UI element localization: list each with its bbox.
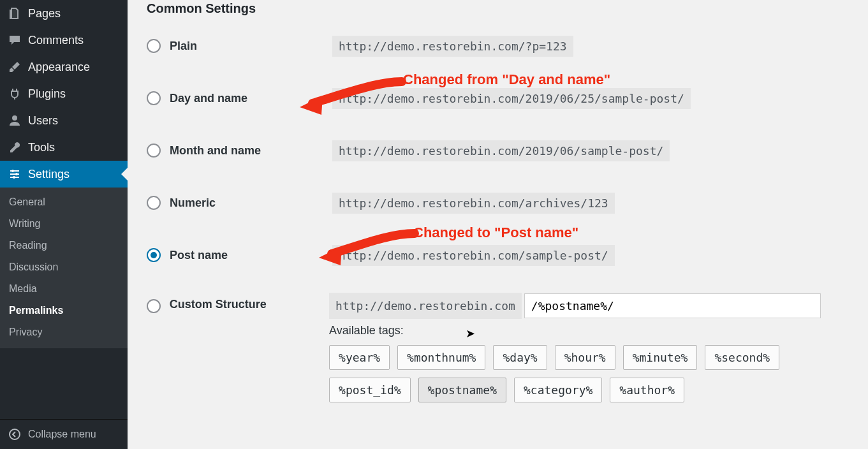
radio-month-name[interactable]	[147, 144, 161, 158]
sidebar-item-appearance[interactable]: Appearance	[0, 54, 128, 80]
tag-monthnum[interactable]: %monthnum%	[397, 345, 485, 370]
pages-icon	[8, 6, 22, 20]
radio-plain[interactable]	[147, 39, 161, 53]
custom-structure-block: http://demo.restorebin.com ➤ Available t…	[329, 293, 849, 402]
sidebar-item-tools[interactable]: Tools	[0, 134, 128, 161]
section-title: Common Settings	[147, 1, 849, 16]
tag-minute[interactable]: %minute%	[623, 345, 698, 370]
sidebar-item-pages[interactable]: Pages	[0, 0, 128, 27]
submenu-item-privacy[interactable]: Privacy	[0, 321, 128, 343]
radio-post-name[interactable]	[147, 248, 161, 262]
svg-point-2	[15, 173, 18, 175]
example-url: http://demo.restorebin.com/2019/06/25/sa…	[332, 88, 691, 109]
option-label[interactable]: Plain	[170, 40, 332, 53]
svg-point-3	[13, 176, 15, 179]
permalink-option-custom: Custom Structure http://demo.restorebin.…	[147, 293, 849, 402]
sidebar-item-label: Settings	[28, 168, 70, 181]
main-content: Common Settings Plain http://demo.restor…	[128, 0, 868, 449]
custom-url-wrap: http://demo.restorebin.com	[329, 293, 849, 319]
plug-icon	[8, 87, 22, 101]
sidebar-item-label: Tools	[28, 141, 55, 154]
permalink-option-post-name: Post name http://demo.restorebin.com/sam…	[147, 240, 849, 270]
radio-custom[interactable]	[147, 299, 161, 313]
radio-numeric[interactable]	[147, 196, 161, 210]
tag-post-id[interactable]: %post_id%	[329, 378, 411, 402]
option-label[interactable]: Day and name	[170, 92, 332, 105]
user-icon	[8, 114, 22, 128]
example-url: http://demo.restorebin.com/2019/06/sampl…	[332, 140, 670, 161]
available-tags-label: Available tags:	[329, 324, 849, 337]
permalink-option-month-name: Month and name http://demo.restorebin.co…	[147, 136, 849, 165]
base-url: http://demo.restorebin.com	[329, 293, 522, 319]
tag-hour[interactable]: %hour%	[555, 345, 615, 370]
permalink-option-numeric: Numeric http://demo.restorebin.com/archi…	[147, 188, 849, 217]
option-label[interactable]: Custom Structure	[170, 293, 329, 311]
submenu-item-permalinks[interactable]: Permalinks	[0, 300, 128, 321]
option-label[interactable]: Post name	[170, 249, 332, 262]
submenu-item-discussion[interactable]: Discussion	[0, 256, 128, 278]
collapse-label: Collapse menu	[28, 429, 96, 440]
sidebar-item-users[interactable]: Users	[0, 107, 128, 134]
sidebar-item-label: Users	[28, 114, 58, 128]
radio-day-name[interactable]	[147, 91, 161, 105]
settings-submenu: General Writing Reading Discussion Media…	[0, 188, 128, 348]
sidebar-item-label: Plugins	[28, 87, 66, 101]
tag-second[interactable]: %second%	[705, 345, 779, 370]
tag-year[interactable]: %year%	[329, 345, 390, 370]
collapse-icon	[8, 427, 22, 441]
svg-point-4	[10, 429, 20, 439]
available-tags: %year% %monthnum% %day% %hour% %minute% …	[329, 345, 849, 402]
cursor-icon: ➤	[466, 327, 475, 341]
tag-category[interactable]: %category%	[514, 378, 602, 402]
sliders-icon	[8, 167, 22, 181]
option-label[interactable]: Numeric	[170, 196, 332, 210]
submenu-item-media[interactable]: Media	[0, 278, 128, 300]
tag-day[interactable]: %day%	[493, 345, 547, 370]
example-url: http://demo.restorebin.com/archives/123	[332, 193, 615, 214]
sidebar-item-label: Comments	[28, 34, 84, 47]
example-url: http://demo.restorebin.com/?p=123	[332, 36, 573, 57]
sidebar-item-label: Pages	[28, 7, 61, 20]
svg-point-1	[11, 170, 14, 172]
custom-structure-input[interactable]	[524, 293, 821, 318]
comment-icon	[8, 33, 22, 47]
sidebar-item-plugins[interactable]: Plugins	[0, 80, 128, 107]
permalink-option-plain: Plain http://demo.restorebin.com/?p=123	[147, 31, 849, 61]
annotation-to: Changed to "Post name"	[413, 224, 578, 241]
sidebar-item-label: Appearance	[28, 61, 90, 74]
submenu-item-general[interactable]: General	[0, 191, 128, 213]
sidebar-item-settings[interactable]: Settings	[0, 161, 128, 188]
wrench-icon	[8, 140, 22, 154]
svg-point-0	[12, 115, 17, 121]
example-url: http://demo.restorebin.com/sample-post/	[332, 245, 615, 266]
collapse-menu-button[interactable]: Collapse menu	[0, 419, 128, 449]
submenu-item-reading[interactable]: Reading	[0, 235, 128, 256]
option-label[interactable]: Month and name	[170, 144, 332, 158]
tag-postname[interactable]: %postname%	[418, 378, 506, 402]
admin-sidebar: Pages Comments Appearance Plugins Users …	[0, 0, 128, 449]
permalink-option-day-name: Day and name http://demo.restorebin.com/…	[147, 84, 849, 113]
brush-icon	[8, 60, 22, 74]
tag-author[interactable]: %author%	[610, 378, 684, 402]
submenu-item-writing[interactable]: Writing	[0, 213, 128, 235]
sidebar-item-comments[interactable]: Comments	[0, 27, 128, 54]
